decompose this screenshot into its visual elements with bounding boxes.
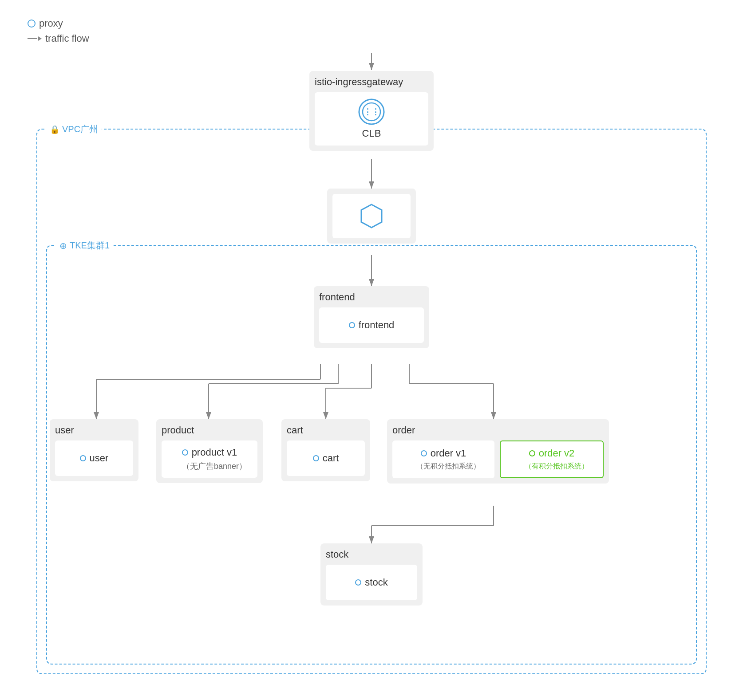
proxy-dot-product [182, 449, 188, 456]
order-title: order [392, 425, 604, 436]
stock-inner: stock [326, 565, 417, 600]
legend-proxy: proxy [28, 18, 89, 29]
user-box: user user [50, 419, 138, 481]
product-box: product product v1 （无广告banner） [156, 419, 263, 483]
order-v1-label: order v1 [431, 448, 466, 459]
svg-text:⋮⋮: ⋮⋮ [364, 107, 379, 116]
sidecar-box [327, 189, 416, 244]
ingress-title: istio-ingressgateway [315, 76, 428, 88]
proxy-dot-cart [313, 455, 319, 461]
legend-traffic: traffic flow [28, 33, 89, 44]
stock-title: stock [326, 549, 417, 560]
order-box: order order v1 （无积分抵扣系统） order v2 [387, 419, 609, 484]
order-v2-inner: order v2 （有积分抵扣系统） [500, 440, 604, 478]
diagram-container: proxy traffic flow 🔒 VPC广州 ⊕ TKE集群1 [28, 18, 715, 683]
user-title: user [55, 425, 133, 436]
proxy-dot-stock [355, 579, 361, 586]
vpc-label: 🔒 VPC广州 [46, 123, 102, 135]
svg-marker-22 [361, 204, 382, 228]
product-title: product [162, 425, 257, 436]
order-v1-sublabel: （无积分抵扣系统） [416, 462, 480, 471]
lock-icon: 🔒 [50, 125, 59, 134]
user-label: user [90, 452, 109, 464]
frontend-title: frontend [319, 291, 424, 303]
cart-title: cart [287, 425, 365, 436]
arrow-head [38, 36, 42, 41]
sidecar-inner [332, 194, 411, 238]
tke-text: TKE集群1 [70, 240, 110, 252]
frontend-label: frontend [359, 319, 395, 331]
stock-box: stock stock [320, 543, 423, 606]
frontend-box: frontend frontend [314, 286, 429, 348]
order-v2-sublabel: （有积分抵扣系统） [525, 462, 589, 471]
hexagon-icon [360, 204, 383, 228]
proxy-dot-order-v2 [529, 450, 535, 456]
user-inner: user [55, 440, 133, 476]
legend: proxy traffic flow [28, 18, 89, 44]
frontend-inner: frontend [319, 307, 424, 343]
diagram-area: 🔒 VPC广州 ⊕ TKE集群1 [28, 53, 715, 683]
order-v2-label: order v2 [539, 448, 575, 459]
proxy-dot-user [80, 455, 86, 461]
legend-proxy-label: proxy [39, 18, 63, 29]
cart-inner: cart [287, 440, 365, 476]
cart-label: cart [323, 452, 339, 464]
traffic-arrow [28, 36, 42, 41]
vpc-text: VPC广州 [62, 123, 98, 135]
proxy-icon [28, 20, 36, 28]
cart-box: cart cart [281, 419, 370, 481]
proxy-dot-frontend [349, 322, 355, 328]
clb-icon: ⋮⋮ [358, 98, 385, 125]
tke-label: ⊕ TKE集群1 [56, 240, 113, 252]
product-label: product v1 [192, 447, 237, 458]
clb-label: CLB [362, 128, 381, 139]
legend-traffic-label: traffic flow [45, 33, 89, 44]
proxy-dot-order-v1 [421, 450, 427, 456]
stock-label: stock [365, 577, 387, 588]
ingress-box: istio-ingressgateway ⋮⋮ CLB [309, 71, 434, 151]
ingress-inner: ⋮⋮ CLB [315, 92, 428, 146]
arrow-line [28, 38, 37, 39]
product-inner: product v1 （无广告banner） [162, 440, 257, 478]
tke-icon: ⊕ [59, 240, 67, 251]
product-sublabel: （无广告banner） [182, 461, 247, 472]
order-v1-inner: order v1 （无积分抵扣系统） [392, 440, 494, 478]
